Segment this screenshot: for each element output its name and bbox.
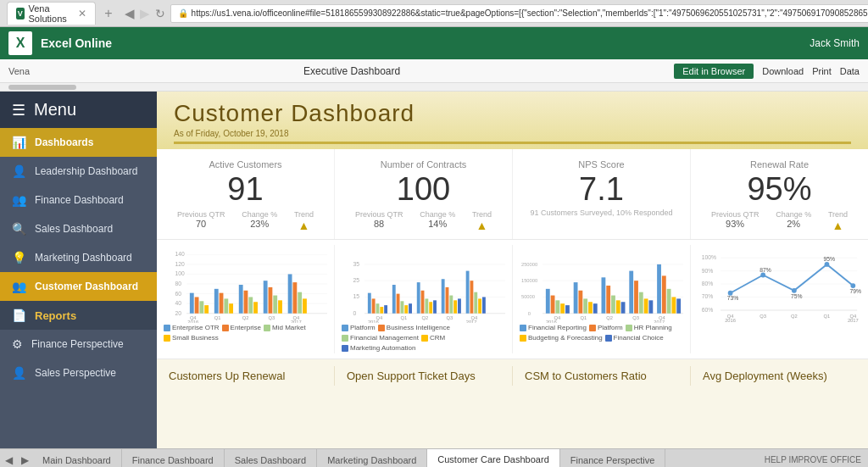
legend-c2-2: Business Intelligence xyxy=(387,324,450,331)
svg-rect-30 xyxy=(288,274,292,313)
vena-label[interactable]: Vena xyxy=(8,66,30,76)
download-button[interactable]: Download xyxy=(762,66,804,76)
chart-4: 100% 90% 80% 70% 60% xyxy=(691,245,868,353)
sidebar-item-dashboards[interactable]: 📊 Dashboards xyxy=(0,128,157,157)
legend-label-1: Enterprise OTR xyxy=(172,324,220,331)
sidebar-item-finance-perspective[interactable]: ⚙ Finance Perspective xyxy=(0,330,157,359)
legend-c3-1: Financial Reporting xyxy=(528,324,587,331)
sidebar-item-sales-perspective[interactable]: 👤 Sales Perspective xyxy=(0,359,157,387)
hamburger-icon[interactable]: ☰ xyxy=(12,101,25,120)
svg-text:Q3: Q3 xyxy=(447,315,453,320)
help-improve-text: HELP IMPROVE OFFICE xyxy=(765,455,868,464)
svg-rect-27 xyxy=(269,287,273,314)
svg-rect-26 xyxy=(264,281,268,314)
legend-label-4: Small Business xyxy=(172,334,219,342)
chart-3: 250000 150000 50000 0 xyxy=(513,245,691,353)
sidebar-item-sales[interactable]: 🔍 Sales Dashboard xyxy=(0,214,157,243)
bottom-item-1: Customers Up Renewal xyxy=(157,366,335,386)
new-tab-button[interactable]: + xyxy=(101,6,115,21)
svg-rect-67 xyxy=(453,300,457,313)
svg-rect-16 xyxy=(199,301,203,313)
svg-text:60: 60 xyxy=(175,291,182,297)
svg-rect-105 xyxy=(634,281,638,314)
svg-rect-110 xyxy=(662,275,666,313)
forward-button[interactable]: ▶ xyxy=(140,6,150,21)
svg-rect-107 xyxy=(644,298,648,313)
reports-icon: 📄 xyxy=(12,309,26,322)
leadership-icon: 👤 xyxy=(12,164,26,178)
customer-label: Customer Dashboard xyxy=(35,281,138,292)
legend-item-4: Small Business xyxy=(164,334,219,342)
svg-rect-70 xyxy=(470,281,474,314)
sidebar-item-leadership[interactable]: 👤 Leadership Dashboard xyxy=(0,157,157,186)
legend-c2-3: Financial Management xyxy=(350,334,419,342)
svg-point-134 xyxy=(825,262,830,267)
tab-main-dashboard[interactable]: Main Dashboard xyxy=(32,449,122,468)
print-button[interactable]: Print xyxy=(812,66,832,76)
sidebar-item-finance[interactable]: 👥 Finance Dashboard xyxy=(0,186,157,214)
kpi-value-4: 95% xyxy=(703,173,856,205)
trend-label-1: Trend xyxy=(294,210,314,219)
excel-logo: X xyxy=(8,31,32,55)
svg-rect-21 xyxy=(229,303,233,314)
svg-rect-58 xyxy=(409,303,412,314)
svg-text:60%: 60% xyxy=(702,307,714,313)
svg-rect-99 xyxy=(602,277,606,313)
svg-text:2017: 2017 xyxy=(466,320,477,323)
tab-finance-perspective[interactable]: Finance Perspective xyxy=(560,449,666,468)
tab-marketing-dashboard[interactable]: Marketing Dashboard xyxy=(317,449,427,468)
kpi-label-3: NPS Score xyxy=(525,159,678,170)
dashboard-header: Customer Dashboard As of Friday, October… xyxy=(157,92,868,149)
svg-rect-93 xyxy=(565,305,570,314)
tab-title: Vena Solutions xyxy=(29,3,71,24)
tab-nav-right[interactable]: ▶ xyxy=(18,454,32,466)
prev-label-1: Previous QTR xyxy=(177,210,225,219)
tab-customer-care[interactable]: Customer Care Dashboard xyxy=(427,449,559,468)
tab-nav-left[interactable]: ◀ xyxy=(0,454,18,466)
tab-close-icon[interactable]: ✕ xyxy=(78,8,86,19)
svg-text:Q2: Q2 xyxy=(242,315,249,320)
svg-text:0: 0 xyxy=(353,310,357,316)
edit-browser-button[interactable]: Edit in Browser xyxy=(674,64,754,79)
kpi-change-2: Change % 14% xyxy=(420,210,455,232)
refresh-button[interactable]: ↻ xyxy=(155,7,165,20)
sidebar-item-marketing[interactable]: 💡 Marketing Dashboard xyxy=(0,243,157,272)
main-content: ☰ Menu 📊 Dashboards 👤 Leadership Dashboa… xyxy=(0,92,868,448)
svg-text:250000: 250000 xyxy=(521,262,537,267)
svg-text:150000: 150000 xyxy=(521,278,537,283)
back-button[interactable]: ◀ xyxy=(125,6,135,21)
svg-text:0: 0 xyxy=(528,311,531,316)
reports-label: Reports xyxy=(35,309,76,322)
customer-icon: 👥 xyxy=(12,280,26,293)
tab-sales-dashboard[interactable]: Sales Dashboard xyxy=(225,449,317,468)
trend-val-2: ▲ xyxy=(472,219,492,232)
kpi-details-4: Previous QTR 93% Change % 2% Trend ▲ xyxy=(703,210,856,232)
sidebar-item-customer[interactable]: 👥 Customer Dashboard xyxy=(0,272,157,301)
svg-rect-63 xyxy=(433,300,437,313)
svg-rect-65 xyxy=(446,287,449,314)
tab-finance-dashboard[interactable]: Finance Dashboard xyxy=(122,449,225,468)
kpi-details-2: Previous QTR 88 Change % 14% Trend ▲ xyxy=(347,210,500,232)
data-button[interactable]: Data xyxy=(840,66,860,76)
svg-text:Q3: Q3 xyxy=(760,314,766,319)
legend-c3-3: HR Planning xyxy=(634,324,672,331)
svg-rect-102 xyxy=(616,300,620,313)
subtitle-bar xyxy=(174,142,851,144)
sidebar-section-reports[interactable]: 📄 Reports xyxy=(0,301,157,330)
svg-text:Q1: Q1 xyxy=(580,315,587,320)
chart-4-svg: 100% 90% 80% 70% 60% xyxy=(698,247,861,327)
svg-rect-23 xyxy=(244,291,248,314)
kpi-contracts: Number of Contracts 100 Previous QTR 88 … xyxy=(335,149,513,239)
sales-label: Sales Dashboard xyxy=(35,223,113,235)
bottom-tabs: ◀ ▶ Main Dashboard Finance Dashboard Sal… xyxy=(0,448,868,467)
svg-text:Q1: Q1 xyxy=(824,314,831,319)
toolbar-actions: Edit in Browser Download Print Data xyxy=(674,64,860,79)
svg-text:79%: 79% xyxy=(849,288,861,294)
sidebar: ☰ Menu 📊 Dashboards 👤 Leadership Dashboa… xyxy=(0,92,157,448)
change-label-1: Change % xyxy=(242,210,277,219)
svg-rect-17 xyxy=(204,305,209,314)
address-bar[interactable]: 🔒 https://us1.vena.io/officeonline#file=… xyxy=(170,4,868,23)
svg-rect-62 xyxy=(429,302,432,314)
trend-val-1: ▲ xyxy=(294,219,314,232)
browser-tab[interactable]: V Vena Solutions ✕ xyxy=(7,2,96,25)
